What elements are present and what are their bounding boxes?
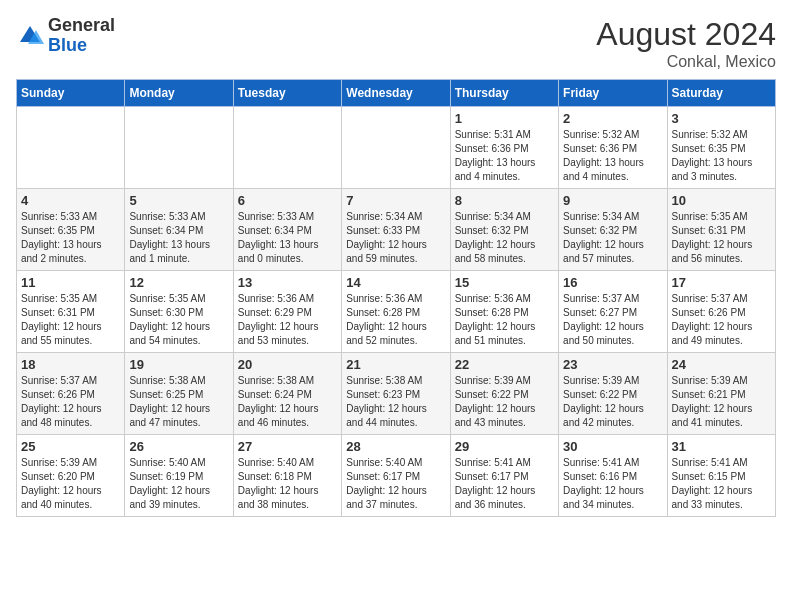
- day-number: 24: [672, 357, 771, 372]
- calendar-cell: 13Sunrise: 5:36 AM Sunset: 6:29 PM Dayli…: [233, 271, 341, 353]
- day-number: 2: [563, 111, 662, 126]
- calendar-cell: 26Sunrise: 5:40 AM Sunset: 6:19 PM Dayli…: [125, 435, 233, 517]
- calendar-cell: 9Sunrise: 5:34 AM Sunset: 6:32 PM Daylig…: [559, 189, 667, 271]
- day-info: Sunrise: 5:40 AM Sunset: 6:17 PM Dayligh…: [346, 456, 445, 512]
- day-info: Sunrise: 5:35 AM Sunset: 6:31 PM Dayligh…: [21, 292, 120, 348]
- day-info: Sunrise: 5:39 AM Sunset: 6:22 PM Dayligh…: [563, 374, 662, 430]
- calendar-cell: 12Sunrise: 5:35 AM Sunset: 6:30 PM Dayli…: [125, 271, 233, 353]
- day-number: 5: [129, 193, 228, 208]
- calendar-cell: 18Sunrise: 5:37 AM Sunset: 6:26 PM Dayli…: [17, 353, 125, 435]
- day-number: 27: [238, 439, 337, 454]
- day-number: 23: [563, 357, 662, 372]
- calendar-cell: 30Sunrise: 5:41 AM Sunset: 6:16 PM Dayli…: [559, 435, 667, 517]
- day-info: Sunrise: 5:40 AM Sunset: 6:18 PM Dayligh…: [238, 456, 337, 512]
- calendar-cell: 15Sunrise: 5:36 AM Sunset: 6:28 PM Dayli…: [450, 271, 558, 353]
- day-number: 19: [129, 357, 228, 372]
- calendar-cell: 27Sunrise: 5:40 AM Sunset: 6:18 PM Dayli…: [233, 435, 341, 517]
- day-info: Sunrise: 5:37 AM Sunset: 6:26 PM Dayligh…: [21, 374, 120, 430]
- logo: General Blue: [16, 16, 115, 56]
- day-number: 11: [21, 275, 120, 290]
- calendar-week-row: 4Sunrise: 5:33 AM Sunset: 6:35 PM Daylig…: [17, 189, 776, 271]
- calendar-cell: 29Sunrise: 5:41 AM Sunset: 6:17 PM Dayli…: [450, 435, 558, 517]
- calendar-week-row: 1Sunrise: 5:31 AM Sunset: 6:36 PM Daylig…: [17, 107, 776, 189]
- day-info: Sunrise: 5:40 AM Sunset: 6:19 PM Dayligh…: [129, 456, 228, 512]
- day-info: Sunrise: 5:38 AM Sunset: 6:25 PM Dayligh…: [129, 374, 228, 430]
- calendar-cell: 1Sunrise: 5:31 AM Sunset: 6:36 PM Daylig…: [450, 107, 558, 189]
- day-number: 8: [455, 193, 554, 208]
- calendar-cell: 20Sunrise: 5:38 AM Sunset: 6:24 PM Dayli…: [233, 353, 341, 435]
- title-block: August 2024 Conkal, Mexico: [596, 16, 776, 71]
- calendar-cell: 7Sunrise: 5:34 AM Sunset: 6:33 PM Daylig…: [342, 189, 450, 271]
- day-number: 13: [238, 275, 337, 290]
- day-number: 28: [346, 439, 445, 454]
- day-number: 26: [129, 439, 228, 454]
- calendar-cell: 6Sunrise: 5:33 AM Sunset: 6:34 PM Daylig…: [233, 189, 341, 271]
- calendar-header-row: SundayMondayTuesdayWednesdayThursdayFrid…: [17, 80, 776, 107]
- header-day-monday: Monday: [125, 80, 233, 107]
- header-day-saturday: Saturday: [667, 80, 775, 107]
- day-info: Sunrise: 5:33 AM Sunset: 6:34 PM Dayligh…: [129, 210, 228, 266]
- day-number: 1: [455, 111, 554, 126]
- day-number: 6: [238, 193, 337, 208]
- calendar-cell: [17, 107, 125, 189]
- calendar-cell: [233, 107, 341, 189]
- calendar-cell: 3Sunrise: 5:32 AM Sunset: 6:35 PM Daylig…: [667, 107, 775, 189]
- day-info: Sunrise: 5:35 AM Sunset: 6:30 PM Dayligh…: [129, 292, 228, 348]
- day-number: 21: [346, 357, 445, 372]
- day-info: Sunrise: 5:41 AM Sunset: 6:16 PM Dayligh…: [563, 456, 662, 512]
- day-number: 14: [346, 275, 445, 290]
- header: General Blue August 2024 Conkal, Mexico: [16, 16, 776, 71]
- calendar-week-row: 11Sunrise: 5:35 AM Sunset: 6:31 PM Dayli…: [17, 271, 776, 353]
- calendar-cell: 4Sunrise: 5:33 AM Sunset: 6:35 PM Daylig…: [17, 189, 125, 271]
- day-info: Sunrise: 5:41 AM Sunset: 6:15 PM Dayligh…: [672, 456, 771, 512]
- day-info: Sunrise: 5:36 AM Sunset: 6:28 PM Dayligh…: [455, 292, 554, 348]
- calendar-cell: 23Sunrise: 5:39 AM Sunset: 6:22 PM Dayli…: [559, 353, 667, 435]
- day-number: 29: [455, 439, 554, 454]
- logo-icon: [16, 22, 44, 50]
- header-day-sunday: Sunday: [17, 80, 125, 107]
- day-info: Sunrise: 5:39 AM Sunset: 6:21 PM Dayligh…: [672, 374, 771, 430]
- calendar-cell: 25Sunrise: 5:39 AM Sunset: 6:20 PM Dayli…: [17, 435, 125, 517]
- day-info: Sunrise: 5:35 AM Sunset: 6:31 PM Dayligh…: [672, 210, 771, 266]
- day-number: 31: [672, 439, 771, 454]
- day-info: Sunrise: 5:38 AM Sunset: 6:23 PM Dayligh…: [346, 374, 445, 430]
- calendar-cell: 8Sunrise: 5:34 AM Sunset: 6:32 PM Daylig…: [450, 189, 558, 271]
- day-info: Sunrise: 5:32 AM Sunset: 6:36 PM Dayligh…: [563, 128, 662, 184]
- calendar-cell: 31Sunrise: 5:41 AM Sunset: 6:15 PM Dayli…: [667, 435, 775, 517]
- day-number: 30: [563, 439, 662, 454]
- day-number: 15: [455, 275, 554, 290]
- day-number: 22: [455, 357, 554, 372]
- day-info: Sunrise: 5:37 AM Sunset: 6:26 PM Dayligh…: [672, 292, 771, 348]
- day-info: Sunrise: 5:38 AM Sunset: 6:24 PM Dayligh…: [238, 374, 337, 430]
- day-number: 17: [672, 275, 771, 290]
- day-number: 12: [129, 275, 228, 290]
- day-info: Sunrise: 5:34 AM Sunset: 6:32 PM Dayligh…: [455, 210, 554, 266]
- day-number: 4: [21, 193, 120, 208]
- header-day-tuesday: Tuesday: [233, 80, 341, 107]
- day-number: 18: [21, 357, 120, 372]
- calendar-week-row: 25Sunrise: 5:39 AM Sunset: 6:20 PM Dayli…: [17, 435, 776, 517]
- calendar-table: SundayMondayTuesdayWednesdayThursdayFrid…: [16, 79, 776, 517]
- day-info: Sunrise: 5:41 AM Sunset: 6:17 PM Dayligh…: [455, 456, 554, 512]
- calendar-cell: 21Sunrise: 5:38 AM Sunset: 6:23 PM Dayli…: [342, 353, 450, 435]
- calendar-cell: 24Sunrise: 5:39 AM Sunset: 6:21 PM Dayli…: [667, 353, 775, 435]
- calendar-cell: 5Sunrise: 5:33 AM Sunset: 6:34 PM Daylig…: [125, 189, 233, 271]
- day-info: Sunrise: 5:37 AM Sunset: 6:27 PM Dayligh…: [563, 292, 662, 348]
- calendar-cell: 22Sunrise: 5:39 AM Sunset: 6:22 PM Dayli…: [450, 353, 558, 435]
- calendar-cell: 11Sunrise: 5:35 AM Sunset: 6:31 PM Dayli…: [17, 271, 125, 353]
- calendar-cell: [342, 107, 450, 189]
- day-info: Sunrise: 5:34 AM Sunset: 6:32 PM Dayligh…: [563, 210, 662, 266]
- calendar-cell: 16Sunrise: 5:37 AM Sunset: 6:27 PM Dayli…: [559, 271, 667, 353]
- calendar-cell: 2Sunrise: 5:32 AM Sunset: 6:36 PM Daylig…: [559, 107, 667, 189]
- logo-blue-text: Blue: [48, 35, 87, 55]
- calendar-week-row: 18Sunrise: 5:37 AM Sunset: 6:26 PM Dayli…: [17, 353, 776, 435]
- header-day-thursday: Thursday: [450, 80, 558, 107]
- calendar-subtitle: Conkal, Mexico: [596, 53, 776, 71]
- day-number: 25: [21, 439, 120, 454]
- header-day-friday: Friday: [559, 80, 667, 107]
- day-number: 3: [672, 111, 771, 126]
- logo-general-text: General: [48, 15, 115, 35]
- day-number: 9: [563, 193, 662, 208]
- day-number: 10: [672, 193, 771, 208]
- day-number: 16: [563, 275, 662, 290]
